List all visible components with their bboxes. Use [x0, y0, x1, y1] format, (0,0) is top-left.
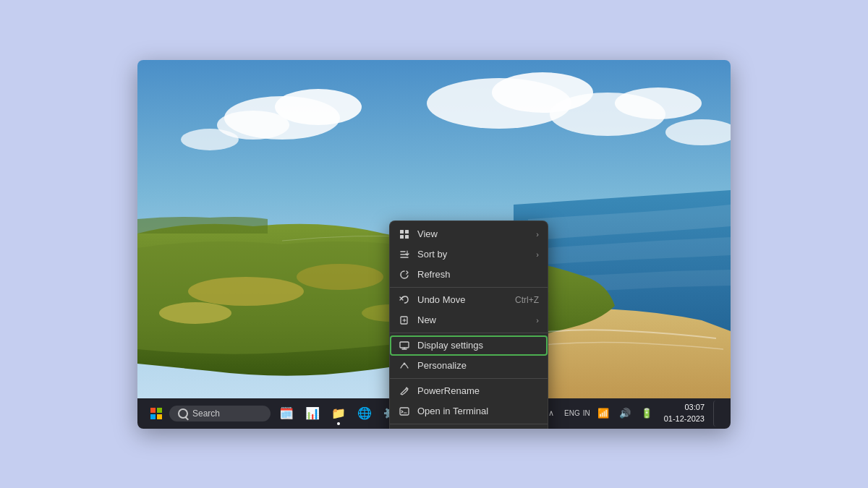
menu-item-show-more[interactable]: Show more options — [390, 427, 548, 429]
new-label: New — [417, 314, 529, 325]
system-icons: ENG IN — [564, 409, 590, 418]
wifi-icon: 📶 — [597, 408, 609, 419]
svg-rect-14 — [400, 230, 404, 234]
menu-item-view[interactable]: View › — [390, 224, 548, 244]
sort-icon — [399, 249, 410, 260]
svg-point-8 — [181, 129, 239, 150]
search-bar[interactable]: Search — [169, 406, 271, 421]
menu-item-new[interactable]: New › — [390, 310, 548, 330]
terminal-icon — [399, 406, 410, 417]
menu-separator-4 — [390, 424, 548, 424]
svg-point-7 — [615, 87, 702, 119]
undo-shortcut: Ctrl+Z — [515, 295, 539, 305]
file-explorer-button[interactable]: 📁 — [326, 401, 352, 427]
view-chevron: › — [536, 230, 539, 239]
svg-point-11 — [297, 264, 383, 290]
app-active-indicator — [337, 422, 340, 425]
svg-rect-21 — [400, 408, 409, 415]
battery-button[interactable]: 🔋 — [638, 401, 655, 427]
battery-icon: 🔋 — [641, 408, 652, 419]
desktop-window: View › Sort by › Refresh — [137, 60, 731, 429]
sort-chevron: › — [536, 250, 539, 259]
menu-separator-2 — [390, 333, 548, 333]
chrome-button[interactable]: 🌐 — [352, 401, 378, 427]
svg-rect-19 — [400, 342, 409, 348]
personalize-label: Personalize — [417, 360, 539, 371]
undo-icon — [399, 294, 410, 306]
svg-point-20 — [404, 362, 406, 364]
windows-logo — [150, 408, 162, 419]
undo-move-label: Undo Move — [417, 294, 508, 305]
view-icon — [399, 228, 410, 240]
menu-separator-1 — [390, 287, 548, 288]
sort-by-label: Sort by — [417, 249, 529, 260]
region-label: IN — [583, 409, 590, 418]
svg-rect-17 — [405, 235, 409, 239]
menu-item-personalize[interactable]: Personalize — [390, 356, 548, 376]
svg-point-10 — [188, 277, 304, 306]
system-tray: ∧ ENG IN 📶 🔊 🔋 03:07 01 — [542, 401, 725, 427]
search-icon — [178, 408, 188, 419]
chrome-icon: 🌐 — [357, 406, 372, 420]
menu-separator-3 — [390, 378, 548, 379]
show-desktop-button[interactable] — [713, 401, 725, 427]
context-menu: View › Sort by › Refresh — [389, 221, 548, 429]
wifi-button[interactable]: 📶 — [595, 401, 612, 427]
svg-rect-16 — [400, 235, 404, 239]
terminal-label: Open in Terminal — [417, 406, 539, 416]
taskbar-time: 03:07 01-12-2023 — [664, 402, 705, 424]
new-icon — [399, 314, 410, 326]
powerrename-icon — [399, 385, 410, 397]
menu-item-power-rename[interactable]: PowerRename — [390, 381, 548, 401]
menu-item-display-settings[interactable]: Display settings — [390, 335, 548, 356]
volume-icon: 🔊 — [619, 408, 631, 419]
search-label: Search — [192, 408, 220, 419]
overflow-icon: ∧ — [548, 408, 554, 418]
volume-button[interactable]: 🔊 — [616, 401, 634, 427]
svg-point-2 — [275, 89, 362, 125]
view-label: View — [417, 228, 529, 239]
start-button[interactable] — [143, 401, 169, 427]
svg-rect-15 — [405, 230, 409, 234]
menu-item-refresh[interactable]: Refresh — [390, 265, 548, 285]
language-label: ENG — [564, 409, 580, 418]
chart-icon: 📊 — [305, 406, 320, 420]
new-chevron: › — [536, 316, 539, 325]
file-explorer-icon: 📁 — [331, 406, 346, 420]
menu-item-undo-move[interactable]: Undo Move Ctrl+Z — [390, 290, 548, 310]
personalize-icon — [399, 360, 410, 372]
display-settings-label: Display settings — [417, 340, 539, 351]
menu-item-terminal[interactable]: Open in Terminal — [390, 401, 548, 421]
widgets-icon: 🗓️ — [279, 406, 294, 420]
refresh-label: Refresh — [417, 269, 539, 280]
chart-button[interactable]: 📊 — [299, 401, 326, 427]
clock-area[interactable]: 03:07 01-12-2023 — [660, 401, 709, 427]
widgets-button[interactable]: 🗓️ — [273, 401, 299, 427]
power-rename-label: PowerRename — [417, 385, 539, 396]
time-display: 03:07 — [664, 402, 705, 413]
menu-item-sort-by[interactable]: Sort by › — [390, 244, 548, 265]
display-icon — [399, 340, 410, 351]
date-display: 01-12-2023 — [664, 414, 705, 424]
svg-point-12 — [159, 302, 231, 324]
refresh-icon — [399, 269, 410, 281]
